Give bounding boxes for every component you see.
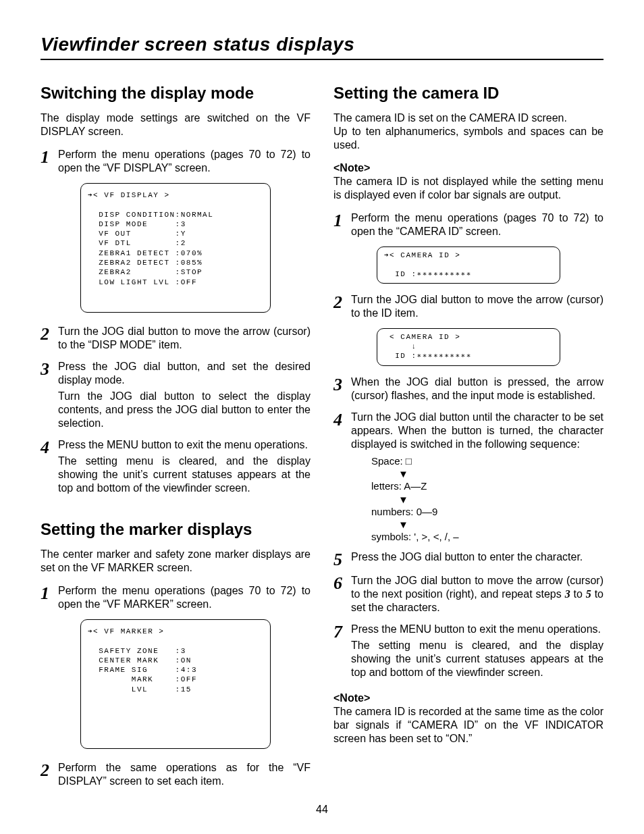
- step-7-camid: 7 Press the MENU button to exit the menu…: [333, 623, 603, 682]
- step-number: 3: [41, 360, 58, 433]
- intro-camera-id: The camera ID is set on the CAMERA ID sc…: [333, 111, 603, 152]
- step-text: Turn the JOG dial button until the chara…: [351, 411, 603, 545]
- page-number: 44: [41, 803, 603, 816]
- step-text: Turn the JOG dial button to move the arr…: [351, 293, 603, 323]
- intro-switching: The display mode settings are switched o…: [41, 111, 311, 138]
- camera-id-screen-1: ➔< CAMERA ID > ID :∗∗∗∗∗∗∗∗∗∗: [377, 246, 560, 284]
- seq-numbers: numbers: 0—9: [371, 506, 437, 517]
- step-number: 4: [41, 438, 58, 498]
- left-column: Switching the display mode The display m…: [41, 76, 311, 796]
- step-1-camid: 1 Perform the menu operations (pages 70 …: [333, 211, 603, 241]
- two-column-layout: Switching the display mode The display m…: [41, 76, 603, 796]
- step-text: Press the JOG dial button, and set the d…: [58, 360, 311, 433]
- step-3-switching: 3 Press the JOG dial button, and set the…: [41, 360, 311, 433]
- step-1-marker: 1 Perform the menu operations (pages 70 …: [41, 584, 311, 614]
- step-text: When the JOG dial button is pressed, the…: [351, 375, 603, 405]
- step-text: Press the JOG dial button to enter the c…: [351, 550, 603, 569]
- section-heading-marker: Setting the marker displays: [41, 519, 311, 540]
- step-number: 1: [41, 584, 58, 614]
- step-number: 7: [333, 623, 351, 682]
- character-sequence: Space: □ ▼ letters: A—Z ▼ numbers: 0—9 ▼…: [371, 454, 603, 545]
- camera-id-screen-2: < CAMERA ID > ↓ ID :∗∗∗∗∗∗∗∗∗∗: [377, 328, 560, 365]
- step-number: 1: [333, 211, 351, 241]
- step-3-camid: 3 When the JOG dial button is pressed, t…: [333, 375, 603, 405]
- vf-display-screen: ➔< VF DISPLAY > DISP CONDITION:NORMAL DI…: [80, 183, 271, 313]
- arrow-down-icon: ▼: [398, 519, 603, 529]
- seq-letters: letters: A—Z: [371, 480, 427, 492]
- note-label: <Note>: [333, 692, 370, 704]
- header-bar: Viewfinder screen status displays: [41, 32, 603, 60]
- step-text: Perform the menu operations (pages 70 to…: [58, 148, 311, 178]
- step-2-switching: 2 Turn the JOG dial button to move the a…: [41, 325, 311, 355]
- step-text: Press the MENU button to exit the menu o…: [58, 438, 311, 498]
- section-heading-camera-id: Setting the camera ID: [333, 83, 603, 103]
- seq-space: Space: □: [371, 455, 412, 467]
- step-4-camid: 4 Turn the JOG dial button until the cha…: [333, 411, 603, 545]
- step-5-camid: 5 Press the JOG dial button to enter the…: [333, 550, 603, 569]
- step-text: Turn the JOG dial button to move the arr…: [351, 574, 603, 617]
- step-text: Turn the JOG dial button to move the arr…: [58, 325, 311, 355]
- seq-symbols: symbols: ', >, <, /, –: [371, 531, 459, 542]
- step-number: 2: [333, 293, 351, 323]
- step-number: 3: [333, 375, 351, 405]
- step-number: 2: [41, 761, 58, 791]
- arrow-down-icon: ▼: [398, 469, 603, 479]
- note-1: <Note> The camera ID is not displayed wh…: [333, 161, 603, 202]
- section-heading-switching: Switching the display mode: [41, 83, 311, 103]
- step-number: 4: [333, 411, 351, 545]
- step-2-marker: 2 Perform the same operations as for the…: [41, 761, 311, 791]
- step-number: 2: [41, 325, 58, 355]
- note-label: <Note>: [333, 162, 370, 174]
- note-body: The camera ID is recorded at the same ti…: [333, 706, 603, 744]
- step-number: 1: [41, 148, 58, 178]
- step-text: Perform the menu operations (pages 70 to…: [58, 584, 311, 614]
- step-text: Perform the menu operations (pages 70 to…: [351, 211, 603, 241]
- step-1-switching: 1 Perform the menu operations (pages 70 …: [41, 148, 311, 178]
- arrow-down-icon: ▼: [398, 494, 603, 504]
- page-title: Viewfinder screen status displays: [41, 32, 603, 56]
- step-text: Press the MENU button to exit the menu o…: [351, 623, 603, 682]
- step-number: 6: [333, 574, 351, 617]
- note-2: <Note> The camera ID is recorded at the …: [333, 692, 603, 746]
- intro-marker: The center marker and safety zone marker…: [41, 548, 311, 575]
- right-column: Setting the camera ID The camera ID is s…: [333, 76, 603, 796]
- step-4-switching: 4 Press the MENU button to exit the menu…: [41, 438, 311, 498]
- step-text: Perform the same operations as for the “…: [58, 761, 311, 791]
- note-body: The camera ID is not displayed while the…: [333, 176, 603, 201]
- step-number: 5: [333, 550, 351, 569]
- step-2-camid: 2 Turn the JOG dial button to move the a…: [333, 293, 603, 323]
- vf-marker-screen: ➔< VF MARKER > SAFETY ZONE :3 CENTER MAR…: [80, 619, 271, 749]
- step-6-camid: 6 Turn the JOG dial button to move the a…: [333, 574, 603, 617]
